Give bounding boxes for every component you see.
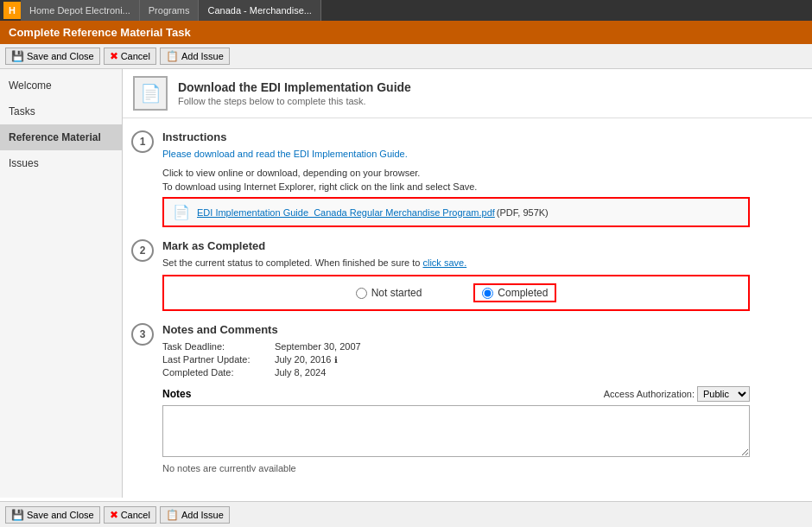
step-2-number: 2 xyxy=(131,239,154,262)
page-header: Complete Reference Material Task xyxy=(0,21,812,44)
notes-label: Notes xyxy=(162,388,191,400)
tab-canada[interactable]: Canada - Merchandise... xyxy=(199,0,320,21)
sidebar-item-reference-material[interactable]: Reference Material xyxy=(0,124,122,150)
task-deadline-row: Task Deadline: September 30, 2007 xyxy=(162,341,803,352)
save-and-close-button-top[interactable]: 💾 Save and Close xyxy=(5,48,100,65)
add-issue-button-bottom[interactable]: 📋 Add Issue xyxy=(160,506,230,524)
not-started-radio-label[interactable]: Not started xyxy=(356,287,422,299)
completed-date-value: July 8, 2024 xyxy=(275,367,326,378)
notes-header: Notes Access Authorization: Public Priva… xyxy=(162,386,750,402)
task-icon: 📄 xyxy=(133,76,168,111)
file-icon: 📄 xyxy=(173,204,190,220)
notes-textarea[interactable] xyxy=(162,405,750,457)
step-1-hint2: To download using Internet Explorer, rig… xyxy=(162,181,803,192)
not-started-radio[interactable] xyxy=(356,288,367,299)
info-icon[interactable]: ℹ xyxy=(334,355,338,365)
task-title: Download the EDI Implementation Guide xyxy=(178,80,411,94)
tab-programs[interactable]: Programs xyxy=(140,0,200,21)
step-3-number: 3 xyxy=(131,323,154,346)
sidebar-item-welcome[interactable]: Welcome xyxy=(0,73,122,98)
add-issue-icon-bottom: 📋 xyxy=(166,509,179,521)
save-icon-bottom: 💾 xyxy=(11,509,24,521)
completed-label: Completed xyxy=(498,287,548,299)
save-icon: 💾 xyxy=(11,50,24,62)
completed-radio[interactable] xyxy=(482,288,493,299)
step-1: 1 Instructions Please download and read … xyxy=(131,130,803,227)
completed-date-label: Completed Date: xyxy=(162,367,275,378)
bottom-toolbar: 💾 Save and Close ✖ Cancel 📋 Add Issue xyxy=(0,501,812,527)
content-area: 📄 Download the EDI Implementation Guide … xyxy=(123,69,812,472)
cancel-icon-bottom: ✖ xyxy=(110,509,118,521)
access-select[interactable]: Public Private xyxy=(697,386,750,402)
cancel-button-bottom[interactable]: ✖ Cancel xyxy=(104,506,156,524)
last-partner-value: July 20, 2016 ℹ xyxy=(275,354,338,365)
step-3-content: Notes and Comments Task Deadline: Septem… xyxy=(162,323,803,472)
step-3-title: Notes and Comments xyxy=(162,323,803,336)
file-link-box: 📄 EDI Implementation Guide_Canada Regula… xyxy=(162,197,750,227)
completed-date-row: Completed Date: July 8, 2024 xyxy=(162,367,803,378)
step-2-content: Mark as Completed Set the current status… xyxy=(162,239,803,311)
tab-label: Programs xyxy=(149,5,190,16)
step-2-subtitle: Set the current status to completed. Whe… xyxy=(162,257,803,268)
status-radio-group: Not started Completed xyxy=(162,275,750,311)
notes-grid: Task Deadline: September 30, 2007 Last P… xyxy=(162,341,803,378)
page-title: Complete Reference Material Task xyxy=(9,26,191,39)
no-notes-text: No notes are currently available xyxy=(162,463,803,472)
add-issue-icon: 📋 xyxy=(166,50,179,62)
step-2: 2 Mark as Completed Set the current stat… xyxy=(131,239,803,311)
document-icon: 📄 xyxy=(140,83,162,104)
task-subtitle: Follow the steps below to complete this … xyxy=(178,96,411,106)
completed-radio-label[interactable]: Completed xyxy=(473,283,556,302)
last-partner-row: Last Partner Update: July 20, 2016 ℹ xyxy=(162,354,803,365)
app-icon: H xyxy=(3,2,21,19)
sidebar: Welcome Tasks Reference Material Issues xyxy=(0,69,123,498)
sidebar-item-tasks[interactable]: Tasks xyxy=(0,98,122,124)
step-1-content: Instructions Please download and read th… xyxy=(162,130,803,227)
not-started-label: Not started xyxy=(371,287,422,299)
steps-container: 1 Instructions Please download and read … xyxy=(123,130,812,472)
last-partner-label: Last Partner Update: xyxy=(162,354,275,365)
step-1-title: Instructions xyxy=(162,130,803,143)
save-and-close-button-bottom[interactable]: 💾 Save and Close xyxy=(5,506,100,524)
file-size: (PDF, 957K) xyxy=(497,207,549,218)
step-1-hint1: Click to view online or download, depend… xyxy=(162,168,803,178)
step-1-body: Please download and read the EDI Impleme… xyxy=(162,149,803,159)
file-link[interactable]: EDI Implementation Guide_Canada Regular … xyxy=(197,207,495,218)
tab-home-depot[interactable]: Home Depot Electroni... xyxy=(21,0,140,21)
task-deadline-label: Task Deadline: xyxy=(162,341,275,352)
cancel-icon: ✖ xyxy=(110,50,118,62)
main-layout: Welcome Tasks Reference Material Issues … xyxy=(0,69,812,498)
cancel-button-top[interactable]: ✖ Cancel xyxy=(104,48,156,65)
access-auth-label: Access Authorization: Public Private xyxy=(604,386,750,402)
title-bar: H Home Depot Electroni... Programs Canad… xyxy=(0,0,812,21)
step-2-title: Mark as Completed xyxy=(162,239,803,252)
tab-label: Canada - Merchandise... xyxy=(207,5,311,16)
sidebar-item-issues[interactable]: Issues xyxy=(0,150,122,176)
step-3: 3 Notes and Comments Task Deadline: Sept… xyxy=(131,323,803,472)
task-header: 📄 Download the EDI Implementation Guide … xyxy=(123,69,812,118)
add-issue-button-top[interactable]: 📋 Add Issue xyxy=(160,48,230,65)
task-deadline-value: September 30, 2007 xyxy=(275,341,361,352)
top-toolbar: 💾 Save and Close ✖ Cancel 📋 Add Issue xyxy=(0,44,812,69)
step-1-number: 1 xyxy=(131,130,154,153)
tab-label: Home Depot Electroni... xyxy=(29,5,130,16)
